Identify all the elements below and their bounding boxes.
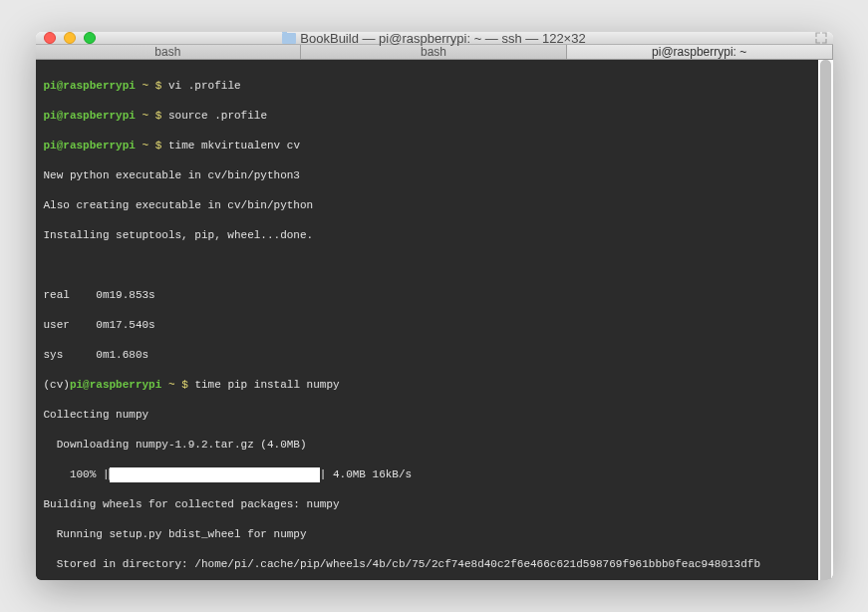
prompt-sep: $ [181,379,188,391]
tab-bash-1[interactable]: bash [36,45,302,59]
out: New python executable in cv/bin/python3 [44,168,810,183]
traffic-lights [44,32,96,44]
out: | 4.0MB 16kB/s [320,468,412,480]
window-title: BookBuild — pi@raspberrypi: ~ — ssh — 12… [36,32,833,46]
prompt-host: pi@raspberrypi [70,379,161,391]
cmd: source .profile [168,110,267,122]
tab-bar: bash bash pi@raspberrypi: ~ [36,45,833,60]
tab-label: bash [421,45,446,59]
out: sys 0m1.680s [44,348,810,363]
prompt-sep: $ [155,80,162,92]
prompt-path: ~ [143,80,149,92]
terminal-content[interactable]: pi@raspberrypi ~ $ vi .profile pi@raspbe… [36,60,818,580]
terminal-area: pi@raspberrypi ~ $ vi .profile pi@raspbe… [36,60,833,580]
prompt-sep: $ [155,140,162,152]
out: Collecting numpy [44,408,810,423]
fullscreen-icon[interactable] [815,32,827,44]
progress-bar: ████████████████████████████████ [110,467,320,482]
prompt-path: ~ [143,110,149,122]
out: Running setup.py bdist_wheel for numpy [44,527,810,542]
scroll-thumb[interactable] [820,60,831,580]
tab-bash-2[interactable]: bash [301,45,567,59]
out: Stored in directory: /home/pi/.cache/pip… [44,557,810,572]
cmd: vi .profile [168,80,241,92]
zoom-icon[interactable] [84,32,96,44]
scroll-track[interactable] [818,60,833,580]
out: Also creating executable in cv/bin/pytho… [44,198,810,213]
cmd: time mkvirtualenv cv [168,140,300,152]
out: user 0m17.540s [44,318,810,333]
terminal-window: BookBuild — pi@raspberrypi: ~ — ssh — 12… [36,32,833,580]
tab-label: bash [154,45,180,59]
cmd: time pip install numpy [194,379,339,391]
prompt-host: pi@raspberrypi [44,110,136,122]
venv: (cv) [44,379,70,391]
out: Installing setuptools, pip, wheel...done… [44,228,810,243]
out: Downloading numpy-1.9.2.tar.gz (4.0MB) [44,438,810,453]
prompt-path: ~ [143,140,149,152]
out: real 0m19.853s [44,288,810,303]
prompt-host: pi@raspberrypi [44,140,136,152]
scrollbar[interactable] [818,60,833,580]
minimize-icon[interactable] [64,32,76,44]
out: 100% | [44,468,110,480]
prompt-host: pi@raspberrypi [44,80,136,92]
folder-icon [282,33,296,44]
title-text: BookBuild — pi@raspberrypi: ~ — ssh — 12… [300,32,585,46]
out: Building wheels for collected packages: … [44,497,810,512]
titlebar[interactable]: BookBuild — pi@raspberrypi: ~ — ssh — 12… [36,32,833,45]
tab-label: pi@raspberrypi: ~ [652,45,746,59]
tab-pi[interactable]: pi@raspberrypi: ~ [567,45,833,59]
prompt-sep: $ [155,110,162,122]
prompt-path: ~ [168,379,175,391]
close-icon[interactable] [44,32,56,44]
